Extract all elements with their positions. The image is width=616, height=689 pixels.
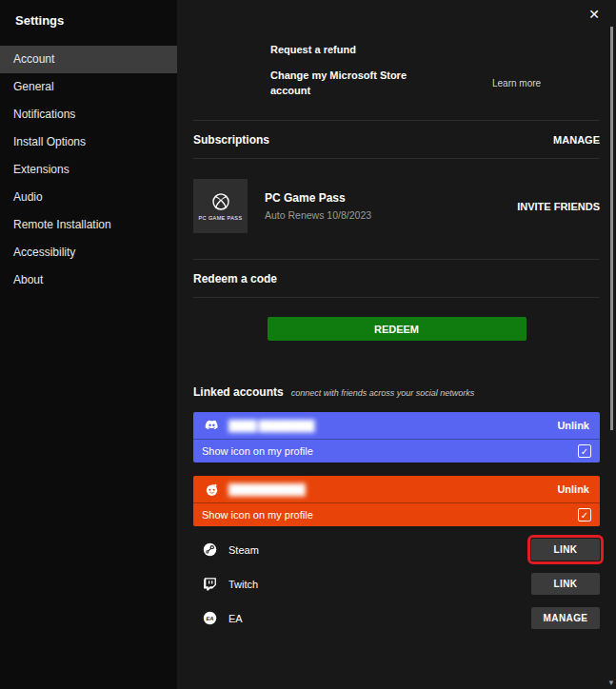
xbox-settings-window: Settings Account General Notifications I…: [0, 0, 616, 689]
discord-account-row: ████ ████████ Unlink: [193, 412, 600, 439]
sidebar-item-remote-installation[interactable]: Remote Installation: [0, 211, 177, 239]
steam-link-button[interactable]: LINK: [531, 539, 600, 561]
ea-row: EA EA MANAGE: [193, 607, 600, 629]
reddit-username-redacted: ███████████: [229, 483, 305, 495]
linked-accounts-title: Linked accounts: [193, 385, 284, 399]
xbox-logo-icon: [210, 191, 231, 212]
page-title: Settings: [0, 0, 177, 46]
reddit-show-icon-row: Show icon on my profile ✓: [193, 502, 600, 526]
change-store-account-link[interactable]: Change my Microsoft Store account: [270, 68, 440, 98]
discord-unlink-button[interactable]: Unlink: [557, 420, 589, 431]
settings-nav: Account General Notifications Install Op…: [0, 46, 177, 294]
sidebar-item-install-options[interactable]: Install Options: [0, 128, 177, 156]
reddit-unlink-button[interactable]: Unlink: [557, 483, 589, 495]
scroll-down-arrow[interactable]: ▼: [607, 679, 615, 687]
linked-accounts-header: Linked accounts connect with friends acr…: [193, 385, 600, 399]
sidebar-item-extensions[interactable]: Extensions: [0, 156, 177, 184]
divider: [193, 158, 600, 159]
discord-show-icon-checkbox[interactable]: ✓: [578, 444, 591, 458]
sidebar-item-notifications[interactable]: Notifications: [0, 101, 177, 128]
invite-friends-button[interactable]: INVITE FRIENDS: [517, 201, 600, 212]
manage-subscriptions-button[interactable]: MANAGE: [553, 134, 600, 146]
subscription-name: PC Game Pass: [265, 191, 371, 205]
scrollbar-thumb[interactable]: [610, 27, 613, 430]
tile-caption: PC GAME PASS: [199, 215, 243, 221]
discord-username-redacted: ████ ████████: [229, 420, 314, 431]
settings-content: ✕ Request a refund Change my Microsoft S…: [177, 0, 616, 689]
ea-manage-button[interactable]: MANAGE: [531, 607, 600, 629]
show-icon-label: Show icon on my profile: [202, 509, 313, 521]
discord-account-block: ████ ████████ Unlink Show icon on my pro…: [193, 412, 600, 463]
divider: [193, 297, 600, 298]
redeem-title: Redeem a code: [193, 272, 600, 285]
close-button[interactable]: ✕: [585, 5, 604, 24]
redeem-button[interactable]: REDEEM: [268, 317, 527, 341]
sidebar-item-general[interactable]: General: [0, 73, 177, 101]
discord-show-icon-row: Show icon on my profile ✓: [193, 439, 600, 463]
close-icon: ✕: [588, 7, 600, 22]
subscriptions-header: Subscriptions MANAGE: [193, 133, 600, 147]
sidebar-item-audio[interactable]: Audio: [0, 184, 177, 211]
twitch-icon: [202, 576, 218, 592]
pc-game-pass-tile: PC GAME PASS: [193, 179, 248, 233]
account-page: Request a refund Change my Microsoft Sto…: [177, 44, 616, 629]
subscription-info: PC Game Pass Auto Renews 10/8/2023: [265, 191, 371, 221]
check-icon: ✓: [581, 510, 588, 521]
twitch-link-button[interactable]: LINK: [531, 573, 600, 595]
sidebar-item-accessibility[interactable]: Accessibility: [0, 239, 177, 266]
request-refund-link[interactable]: Request a refund: [270, 44, 600, 55]
steam-row: Steam LINK: [193, 539, 600, 561]
reddit-show-icon-checkbox[interactable]: ✓: [578, 508, 591, 522]
svg-text:EA: EA: [207, 616, 214, 621]
steam-icon: [202, 541, 218, 558]
steam-label: Steam: [229, 544, 259, 556]
linked-accounts-subtitle: connect with friends across your social …: [291, 388, 475, 398]
subscription-renewal: Auto Renews 10/8/2023: [265, 209, 371, 221]
divider: [193, 120, 600, 121]
discord-icon: [204, 418, 220, 434]
reddit-account-block: ███████████ Unlink Show icon on my profi…: [193, 476, 600, 526]
ea-icon: EA: [202, 610, 218, 626]
game-pass-card: PC GAME PASS PC Game Pass Auto Renews 10…: [193, 179, 600, 233]
check-icon: ✓: [581, 446, 588, 457]
reddit-icon: [204, 482, 220, 498]
ea-label: EA: [229, 613, 243, 624]
twitch-label: Twitch: [229, 579, 258, 590]
reddit-account-row: ███████████ Unlink: [193, 476, 600, 502]
divider: [193, 259, 600, 260]
sidebar-item-about[interactable]: About: [0, 266, 177, 294]
subscriptions-title: Subscriptions: [193, 133, 269, 147]
twitch-row: Twitch LINK: [193, 573, 600, 595]
show-icon-label: Show icon on my profile: [202, 445, 313, 457]
sidebar-item-account[interactable]: Account: [0, 46, 177, 73]
learn-more-link[interactable]: Learn more: [492, 78, 541, 89]
settings-sidebar: Settings Account General Notifications I…: [0, 0, 177, 689]
account-actions: Request a refund Change my Microsoft Sto…: [270, 44, 600, 98]
